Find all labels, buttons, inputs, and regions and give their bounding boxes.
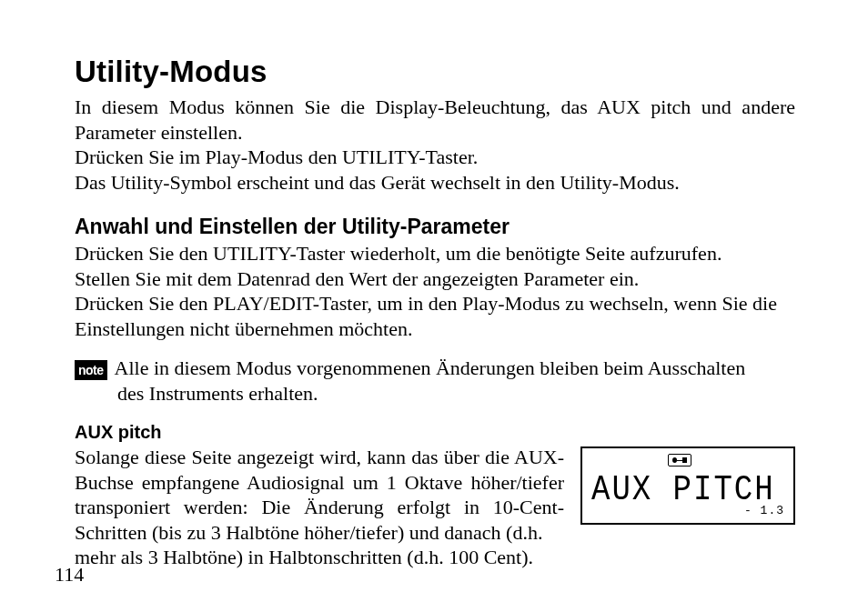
document-page: Utility-Modus In diesem Modus können Sie… xyxy=(0,0,868,612)
parameter-heading: AUX pitch xyxy=(75,422,795,443)
utility-icon-line xyxy=(677,460,685,462)
parameter-row: Solange diese Seite angezeigt wird, kann… xyxy=(75,445,795,545)
page-title: Utility-Modus xyxy=(75,55,795,89)
intro-block: In diesem Modus können Sie die Display-B… xyxy=(75,95,795,195)
body-paragraph-3: Drücken Sie den PLAY/EDIT-Taster, um in … xyxy=(75,291,795,341)
note-block: note Alle in diesem Modus vorgenommenen … xyxy=(75,356,795,381)
parameter-text-full-line: mehr als 3 Halbtöne) in Halbtonschritten… xyxy=(75,545,795,570)
body-block: Drücken Sie den UTILITY-Taster wiederhol… xyxy=(75,241,795,341)
intro-paragraph-1: In diesem Modus können Sie die Display-B… xyxy=(75,95,795,145)
note-badge: note xyxy=(75,360,107,380)
body-paragraph-1: Drücken Sie den UTILITY-Taster wiederhol… xyxy=(75,241,795,266)
utility-icon xyxy=(668,454,691,467)
parameter-text-col: Solange diese Seite angezeigt wird, kann… xyxy=(75,445,564,545)
lcd-display: AUX PITCH - 1.3 xyxy=(580,446,795,525)
page-number: 114 xyxy=(55,563,84,587)
body-paragraph-2: Stellen Sie mit dem Datenrad den Wert de… xyxy=(75,266,795,292)
parameter-text-full: mehr als 3 Halbtöne) in Halbtonschritten… xyxy=(75,545,795,570)
section-heading: Anwahl und Einstellen der Utility-Parame… xyxy=(75,215,795,239)
intro-paragraph-3: Das Utility-Symbol erscheint und das Ger… xyxy=(75,170,795,196)
intro-paragraph-2: Drücken Sie im Play-Modus den UTILITY-Ta… xyxy=(75,145,795,170)
lcd-sub-text: - 1.3 xyxy=(744,504,784,517)
note-text-line2: des Instruments erhalten. xyxy=(117,381,795,406)
note-text-line1: Alle in diesem Modus vorgenommenen Änder… xyxy=(115,356,795,381)
